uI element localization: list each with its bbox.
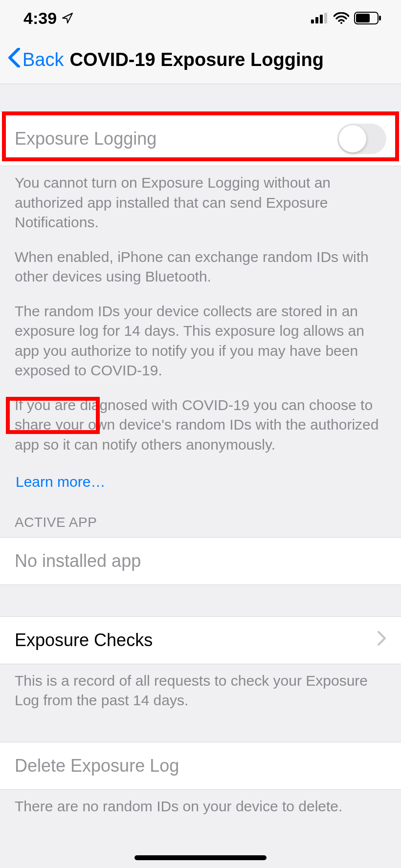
battery-icon [354,12,381,24]
svg-rect-6 [356,14,370,22]
active-app-row: No installed app [0,537,401,585]
delete-exposure-log-label: Delete Exposure Log [15,756,179,776]
chevron-left-icon [8,48,21,72]
svg-point-4 [340,22,342,24]
exposure-checks-footer: This is a record of all requests to chec… [0,664,401,711]
home-indicator[interactable] [134,855,267,860]
exposure-logging-toggle[interactable] [337,124,386,154]
delete-exposure-log-footer: There are no random IDs on your device t… [0,790,401,817]
chevron-right-icon [378,630,386,650]
footer-p1: You cannot turn on Exposure Logging with… [15,173,386,233]
back-label: Back [22,49,64,70]
exposure-logging-row[interactable]: Exposure Logging [0,111,401,166]
delete-exposure-log-row[interactable]: Delete Exposure Log [0,742,401,790]
back-button[interactable]: Back [8,48,64,72]
svg-rect-7 [379,16,381,21]
cellular-signal-icon [311,13,329,23]
footer-p2: When enabled, iPhone can exchange random… [15,247,386,287]
svg-rect-2 [320,15,323,23]
footer-p3: The random IDs your device collects are … [15,302,386,381]
active-app-value: No installed app [15,551,141,571]
active-app-header: ACTIVE APP [0,495,401,537]
exposure-logging-label: Exposure Logging [15,129,156,149]
exposure-checks-label: Exposure Checks [15,630,153,651]
learn-more-link[interactable]: Learn more… [15,469,106,495]
clock: 4:39 [23,9,57,28]
footer-p4: If you are diagnosed with COVID-19 you c… [15,395,386,455]
svg-rect-0 [311,20,314,23]
nav-bar: Back COVID-19 Exposure Logging [0,36,401,84]
wifi-icon [334,12,349,24]
toggle-knob [339,125,366,152]
location-arrow-icon [62,12,73,24]
exposure-checks-row[interactable]: Exposure Checks [0,616,401,664]
exposure-logging-footer: You cannot turn on Exposure Logging with… [0,166,401,495]
svg-rect-3 [324,13,327,23]
page-title: COVID-19 Exposure Logging [69,49,323,70]
status-bar: 4:39 [0,0,401,36]
svg-rect-1 [315,17,318,23]
